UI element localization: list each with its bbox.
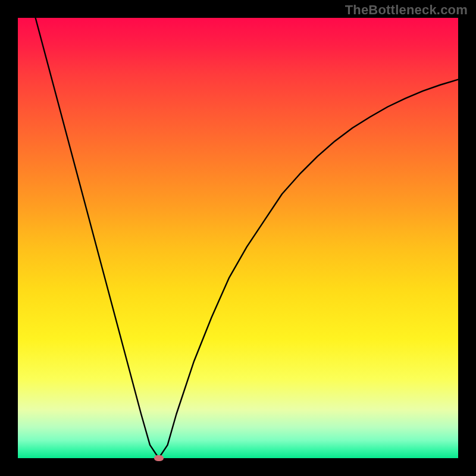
curve-path <box>36 18 458 458</box>
plot-outer <box>18 18 458 458</box>
watermark-text: TheBottleneck.com <box>345 2 468 18</box>
chart-frame: TheBottleneck.com <box>0 0 476 476</box>
min-marker <box>154 455 164 461</box>
bottleneck-curve <box>18 18 458 458</box>
